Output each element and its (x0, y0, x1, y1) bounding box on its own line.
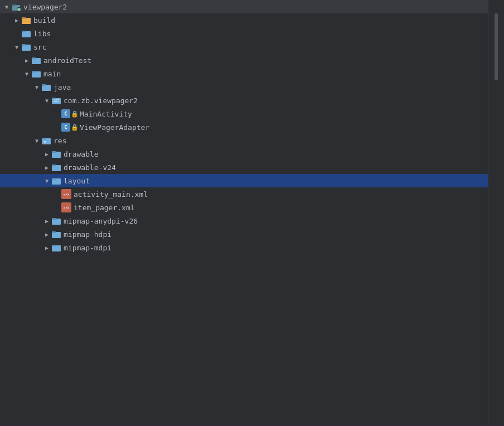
tree-item-mipmap-mdpi[interactable]: mipmap-mdpi (0, 241, 488, 254)
arrow-res[interactable] (32, 136, 41, 145)
svg-rect-18 (54, 99, 59, 100)
arrow-mipmap-mdpi[interactable] (42, 243, 51, 252)
icon-res: ≡ (41, 135, 51, 146)
tree-item-res[interactable]: ≡ res (0, 134, 488, 147)
tree-item-drawable-v24[interactable]: drawable-v24 (0, 161, 488, 174)
label-mipmap-anydpi-v26: mipmap-anydpi-v26 (64, 217, 138, 225)
label-java: java (54, 83, 71, 91)
arrow-java[interactable] (32, 83, 41, 91)
label-layout: layout (64, 177, 90, 185)
label-build: build (33, 16, 55, 25)
tree-item-main[interactable]: main (0, 67, 488, 80)
svg-rect-13 (32, 71, 36, 72)
file-tree[interactable]: viewpager2 build libs src androidTest ma… (0, 0, 488, 426)
icon-drawable-v24 (51, 162, 61, 172)
svg-rect-21 (42, 138, 46, 139)
icon-com.zb.viewpager2 (51, 95, 61, 105)
arrow-drawable[interactable] (42, 149, 51, 158)
label-item_pager.xml: item_pager.xml (74, 204, 135, 212)
label-activity_main.xml: activity_main.xml (74, 190, 148, 199)
tree-item-mipmap-hdpi[interactable]: mipmap-hdpi (0, 227, 488, 241)
label-drawable: drawable (64, 150, 99, 158)
label-main: main (43, 70, 61, 78)
arrow-viewpager2[interactable] (2, 2, 11, 11)
scrollbar-thumb[interactable] (495, 13, 498, 80)
tree-item-layout[interactable]: layout (0, 174, 488, 187)
tree-item-ViewPagerAdapter[interactable]: C 🔒 ViewPagerAdapter (0, 120, 488, 134)
arrow-androidTest[interactable] (22, 56, 31, 65)
svg-rect-9 (22, 44, 26, 46)
icon-layout (51, 176, 61, 186)
tree-item-drawable[interactable]: drawable (0, 147, 488, 161)
icon-ViewPagerAdapter: C 🔒 (61, 123, 80, 132)
svg-rect-15 (42, 84, 46, 86)
svg-rect-11 (32, 57, 36, 59)
tree-item-androidTest[interactable]: androidTest (0, 54, 488, 67)
tree-item-viewpager2[interactable]: viewpager2 (0, 0, 488, 13)
tree-item-item_pager.xml[interactable]: </> item_pager.xml (0, 201, 488, 214)
tree-item-mipmap-anydpi-v26[interactable]: mipmap-anydpi-v26 (0, 214, 488, 227)
label-src: src (33, 43, 46, 51)
arrow-src[interactable] (12, 42, 21, 51)
label-MainActivity: MainActivity (80, 110, 132, 118)
label-mipmap-mdpi: mipmap-mdpi (64, 244, 112, 252)
icon-activity_main.xml: </> (61, 189, 74, 199)
tree-item-java[interactable]: java (0, 80, 488, 94)
tree-item-MainActivity[interactable]: C 🔒 MainActivity (0, 107, 488, 120)
svg-rect-5 (22, 17, 26, 19)
icon-mipmap-mdpi (51, 243, 61, 253)
scrollbar[interactable] (488, 0, 504, 426)
svg-rect-26 (52, 164, 56, 166)
icon-drawable (51, 149, 61, 159)
icon-main (31, 69, 41, 79)
label-mipmap-hdpi: mipmap-hdpi (64, 230, 112, 239)
icon-mipmap-anydpi-v26 (51, 216, 61, 226)
svg-rect-1 (12, 4, 16, 6)
tree-item-com.zb.viewpager2[interactable]: com.zb.viewpager2 (0, 94, 488, 107)
icon-MainActivity: C 🔒 (61, 109, 80, 118)
icon-build (21, 15, 31, 25)
arrow-layout[interactable] (42, 176, 51, 185)
svg-rect-17 (52, 98, 56, 99)
svg-rect-24 (52, 151, 56, 153)
svg-rect-7 (22, 31, 26, 32)
svg-rect-30 (52, 218, 56, 220)
label-libs: libs (33, 30, 51, 38)
tree-item-activity_main.xml[interactable]: </> activity_main.xml (0, 187, 488, 201)
icon-androidTest (31, 55, 41, 65)
icon-src (21, 42, 31, 52)
arrow-main[interactable] (22, 69, 31, 78)
label-viewpager2: viewpager2 (23, 3, 67, 11)
svg-text:≡: ≡ (44, 140, 46, 144)
icon-viewpager2 (11, 2, 23, 12)
svg-rect-28 (52, 178, 56, 180)
svg-rect-19 (54, 101, 59, 102)
tree-item-src[interactable]: src (0, 40, 488, 54)
tree-item-build[interactable]: build (0, 13, 488, 27)
icon-libs (21, 28, 31, 38)
arrow-mipmap-anydpi-v26[interactable] (42, 216, 51, 225)
svg-point-3 (17, 8, 21, 11)
icon-mipmap-hdpi (51, 229, 61, 239)
label-androidTest: androidTest (43, 56, 91, 65)
label-com.zb.viewpager2: com.zb.viewpager2 (64, 96, 138, 105)
icon-item_pager.xml: </> (61, 202, 74, 212)
arrow-drawable-v24[interactable] (42, 163, 51, 172)
arrow-mipmap-hdpi[interactable] (42, 230, 51, 239)
icon-java (41, 82, 51, 92)
label-drawable-v24: drawable-v24 (64, 163, 116, 172)
svg-rect-34 (52, 245, 56, 246)
arrow-com.zb.viewpager2[interactable] (42, 96, 51, 105)
tree-item-libs[interactable]: libs (0, 27, 488, 40)
label-ViewPagerAdapter: ViewPagerAdapter (80, 123, 149, 132)
svg-rect-32 (52, 231, 56, 233)
label-res: res (54, 137, 66, 145)
arrow-build[interactable] (12, 16, 21, 25)
